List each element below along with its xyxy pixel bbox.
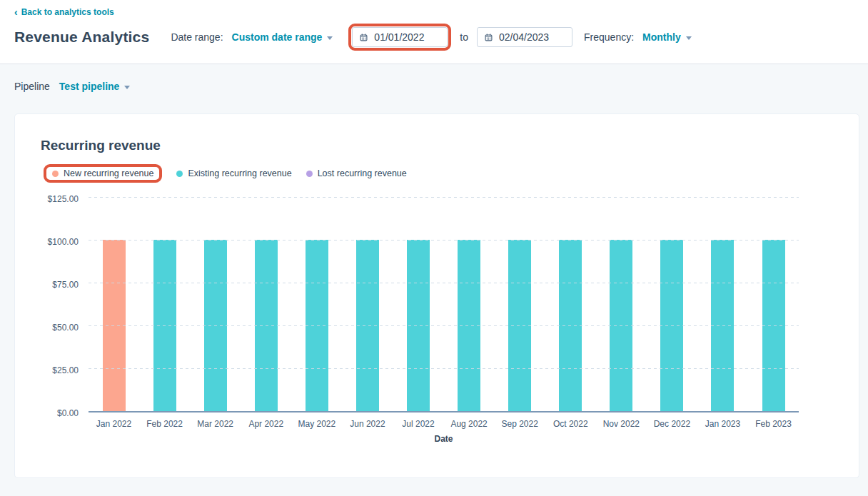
chevron-down-icon [686, 36, 692, 40]
legend-dot-lost-icon [306, 171, 313, 177]
bar-cell [697, 198, 748, 411]
x-tick-label: Oct 2022 [545, 419, 596, 429]
plot-wrap: Jan 2022Feb 2022Mar 2022Apr 2022May 2022… [89, 198, 799, 444]
y-tick-label: $25.00 [52, 365, 79, 375]
date-controls: Date range: Custom date range [171, 24, 691, 51]
date-range-label: Date range: [171, 31, 223, 43]
bar-chart: $0.00$25.00$50.00$75.00$100.00$125.00 Ja… [15, 198, 859, 444]
x-tick-label: Apr 2022 [241, 419, 291, 429]
chart-card: Recurring revenue New recurring revenue … [14, 113, 859, 478]
chevron-down-icon [124, 86, 130, 89]
page-content: Pipeline Test pipeline Recurring revenue… [0, 64, 868, 478]
annotation-legend-highlight: New recurring revenue [44, 164, 162, 183]
chart-title: Recurring revenue [41, 138, 859, 153]
gridline [89, 325, 799, 326]
frequency-dropdown[interactable]: Monthly [642, 31, 692, 43]
bar-cell [393, 198, 443, 411]
x-tick-label: Mar 2022 [190, 419, 241, 429]
legend-label: New recurring revenue [64, 168, 153, 178]
x-tick-label: Nov 2022 [596, 419, 647, 429]
x-axis-title: Date [89, 434, 799, 444]
legend-item-existing-recurring-revenue[interactable]: Existing recurring revenue [176, 168, 291, 178]
start-date-input[interactable] [352, 27, 448, 47]
page-header: ‹ Back to analytics tools Revenue Analyt… [0, 0, 868, 64]
bar-cell [495, 198, 545, 411]
calendar-icon [360, 32, 368, 43]
x-tick-label: Feb 2023 [748, 419, 799, 429]
pipeline-label: Pipeline [14, 81, 50, 92]
x-tick-label: Jul 2022 [393, 419, 443, 429]
chart-legend: New recurring revenue Existing recurring… [44, 164, 859, 183]
legend-item-lost-recurring-revenue[interactable]: Lost recurring revenue [306, 168, 407, 178]
calendar-icon [485, 32, 493, 43]
date-range-dropdown[interactable]: Custom date range [232, 31, 333, 43]
bar-cell [444, 198, 495, 411]
bar-cell [139, 198, 190, 411]
pipeline-value: Test pipeline [59, 81, 120, 92]
x-tick-label: Dec 2022 [647, 419, 697, 429]
gridline [89, 197, 799, 198]
back-link-label: Back to analytics tools [21, 7, 114, 17]
back-to-analytics-link[interactable]: ‹ Back to analytics tools [14, 7, 114, 17]
frequency-value: Monthly [642, 31, 681, 43]
y-tick-label: $100.00 [48, 237, 79, 247]
chevron-left-icon: ‹ [14, 8, 18, 16]
x-tick-label: Sep 2022 [495, 419, 545, 429]
bar-cell [647, 198, 697, 411]
frequency-label: Frequency: [584, 31, 634, 43]
pipeline-filter-row: Pipeline Test pipeline [14, 64, 859, 92]
plot-area [89, 198, 799, 413]
gridline [89, 368, 799, 369]
bar-cell [89, 198, 139, 411]
pipeline-dropdown[interactable]: Test pipeline [59, 81, 131, 92]
gridline [89, 283, 799, 283]
y-tick-label: $75.00 [52, 280, 79, 290]
x-tick-label: Feb 2022 [139, 419, 190, 429]
bar-cell [596, 198, 647, 411]
y-tick-label: $125.00 [48, 194, 79, 204]
legend-dot-existing-icon [176, 171, 183, 177]
x-tick-label: Aug 2022 [444, 419, 495, 429]
bar-cell [545, 198, 596, 411]
end-date-input[interactable] [477, 27, 572, 47]
end-date-field[interactable] [499, 31, 565, 43]
page-title: Revenue Analytics [14, 29, 149, 46]
x-tick-label: May 2022 [291, 419, 342, 429]
y-tick-label: $50.00 [52, 323, 79, 333]
x-axis-labels: Jan 2022Feb 2022Mar 2022Apr 2022May 2022… [89, 419, 799, 429]
bar-cell [190, 198, 241, 411]
annotation-start-date-highlight [348, 24, 451, 51]
start-date-field[interactable] [374, 31, 440, 43]
bar-cell [291, 198, 342, 411]
bars [89, 198, 799, 411]
legend-label: Lost recurring revenue [318, 168, 407, 178]
gridline [89, 240, 799, 241]
y-axis: $0.00$25.00$50.00$75.00$100.00$125.00 [15, 198, 89, 413]
bar-cell [241, 198, 291, 411]
x-tick-label: Jan 2022 [89, 419, 139, 429]
chevron-down-icon [327, 36, 333, 40]
legend-label: Existing recurring revenue [188, 168, 291, 178]
header-row: Revenue Analytics Date range: Custom dat… [14, 24, 868, 51]
to-label: to [460, 31, 468, 43]
x-tick-label: Jun 2022 [342, 419, 393, 429]
bar-cell [748, 198, 799, 411]
legend-dot-new-icon [52, 171, 59, 177]
date-range-value: Custom date range [232, 31, 323, 43]
bar-cell [342, 198, 393, 411]
legend-item-new-recurring-revenue[interactable]: New recurring revenue [52, 168, 153, 178]
y-tick-label: $0.00 [57, 408, 79, 418]
x-tick-label: Jan 2023 [697, 419, 748, 429]
